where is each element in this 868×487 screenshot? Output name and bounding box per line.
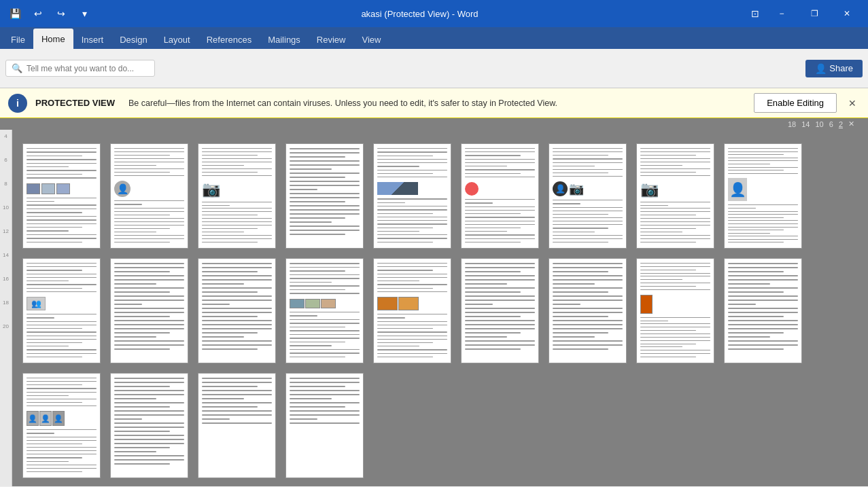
protected-view-bar: i PROTECTED VIEW Be careful—files from t… [0,88,868,118]
vertical-ruler: 4 6 8 10 12 14 16 18 20 [0,130,12,486]
page-thumb[interactable] [285,373,364,478]
template-icon: ⊡ [751,8,759,19]
redo-icon: ↪ [57,8,65,19]
save-button[interactable]: 💾 [5,4,24,23]
page-thumb[interactable] [636,258,714,363]
page-thumb[interactable]: 👤 👤 👤 [22,373,101,478]
zoom-close-icon[interactable]: ✕ [848,120,854,128]
title-bar-right: ⊡ − ❐ ✕ [746,0,863,27]
zoom-bar: 18 14 10 6 2 ✕ [0,118,868,130]
page-thumb[interactable] [198,258,276,363]
close-icon: ✕ [848,98,856,109]
tab-insert[interactable]: Insert [73,30,112,49]
zoom-level-10[interactable]: 10 [816,120,824,128]
page-thumb[interactable] [285,258,364,363]
template-button[interactable]: ⊡ [746,4,765,23]
zoom-level-14[interactable]: 14 [801,120,810,128]
page-thumb[interactable] [285,143,364,249]
close-button[interactable]: ✕ [831,0,863,27]
zoom-level-2[interactable]: 2 [839,120,843,128]
main-area: 4 6 8 10 12 14 16 18 20 👤 📷 👤 📷 📷 👤 👥 [0,130,868,486]
protected-view-message: Be careful—files from the Internet can c… [128,98,557,108]
undo-icon: ↩ [34,8,42,19]
page-thumb[interactable] [373,258,451,363]
tab-mailings[interactable]: Mailings [260,30,309,49]
title-bar: 💾 ↩ ↪ ▾ akasi (Protected View) - Word ⊡ … [0,0,868,27]
page-thumb[interactable] [22,143,101,249]
search-input[interactable] [27,64,135,73]
restore-button[interactable]: ❐ [799,0,830,27]
pages-grid: 👤 📷 👤 📷 📷 👤 👥 👤 👤 👤 [22,143,852,478]
tab-design[interactable]: Design [111,30,155,49]
protected-view-icon: i [8,94,27,113]
tab-file[interactable]: File [3,30,33,49]
undo-button[interactable]: ↩ [29,4,48,23]
search-icon: 🔍 [12,63,22,73]
page-thumb[interactable]: 📷 [636,143,714,249]
page-thumb[interactable]: 👥 [22,258,101,363]
page-thumb[interactable]: 👤 [110,143,188,249]
redo-button[interactable]: ↪ [52,4,71,23]
close-protected-view-button[interactable]: ✕ [845,96,860,111]
page-thumb[interactable]: 👤 [724,143,802,249]
share-icon: 👤 [815,63,827,74]
tab-home[interactable]: Home [33,29,73,49]
ribbon: File Home Insert Design Layout Reference… [0,27,868,88]
document-canvas: 👤 📷 👤 📷 📷 👤 👥 👤 👤 👤 [12,130,868,486]
page-thumb[interactable]: 👤 📷 [549,143,627,249]
window-title: akasi (Protected View) - Word [94,9,746,19]
enable-editing-button[interactable]: Enable Editing [754,93,837,113]
protected-view-label: PROTECTED VIEW [35,98,115,108]
page-thumb[interactable] [110,373,188,478]
minimize-button[interactable]: − [766,0,797,27]
page-thumb[interactable] [373,143,451,249]
dropdown-icon: ▾ [82,8,87,19]
page-thumb[interactable] [461,143,539,249]
ribbon-content: 🔍 👤 Share [0,49,868,88]
page-thumb[interactable]: 📷 [198,143,276,249]
ribbon-tabs: File Home Insert Design Layout Reference… [0,27,868,49]
page-thumb[interactable] [198,373,276,478]
customize-button[interactable]: ▾ [75,4,94,23]
tab-view[interactable]: View [353,30,389,49]
tab-review[interactable]: Review [309,30,354,49]
tab-references[interactable]: References [198,30,260,49]
share-button[interactable]: 👤 Share [805,60,863,77]
title-bar-left: 💾 ↩ ↪ ▾ [5,4,94,23]
tab-layout[interactable]: Layout [156,30,198,49]
zoom-level-6[interactable]: 6 [829,120,833,128]
page-thumb[interactable] [549,258,627,363]
page-thumb[interactable] [110,258,188,363]
page-thumb[interactable] [724,258,802,363]
ribbon-search-box[interactable]: 🔍 [5,60,155,77]
save-icon: 💾 [10,8,21,19]
zoom-level-18[interactable]: 18 [788,120,796,128]
page-thumb[interactable] [461,258,539,363]
